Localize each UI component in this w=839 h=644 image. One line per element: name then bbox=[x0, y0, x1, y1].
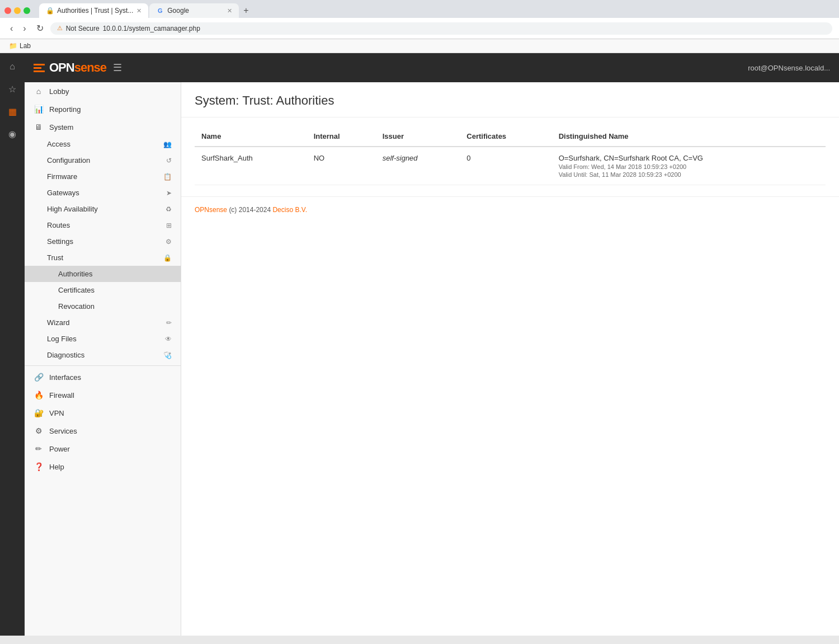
sidebar-item-reporting[interactable]: 📊 Reporting bbox=[25, 100, 181, 118]
sidebar-item-settings[interactable]: Settings ⚙ bbox=[25, 233, 181, 250]
sidebar-item-trust[interactable]: Trust 🔒 bbox=[25, 250, 181, 266]
col-dn: Distinguished Name bbox=[552, 126, 826, 147]
sidebar-item-high-availability[interactable]: High Availability ♻ bbox=[25, 201, 181, 217]
cell-internal: NO bbox=[307, 147, 376, 185]
sidebar-item-trust-label: Trust bbox=[47, 253, 63, 262]
sidebar-item-lobby[interactable]: ⌂ Lobby bbox=[25, 82, 181, 100]
bookmark-folder-icon: 📁 bbox=[9, 42, 17, 50]
trust-icon: 🔒 bbox=[163, 254, 172, 262]
sidebar-item-system[interactable]: 🖥 System bbox=[25, 118, 181, 136]
bookmarks-bar: 📁 Lab bbox=[0, 39, 839, 53]
window-controls bbox=[4, 7, 30, 14]
cell-name: SurfShark_Auth bbox=[195, 147, 307, 185]
routes-icon: ⊞ bbox=[166, 222, 172, 229]
sidebar-item-system-label: System bbox=[49, 123, 73, 131]
security-icon: ⚠ bbox=[57, 25, 63, 32]
logo-line-1 bbox=[34, 64, 45, 65]
sidebar-item-configuration[interactable]: Configuration ↺ bbox=[25, 152, 181, 168]
logo-line-2 bbox=[34, 67, 41, 69]
table-header-row: Name Internal Issuer Certificates Distin… bbox=[195, 126, 826, 147]
inactive-tab[interactable]: G Google ✕ bbox=[149, 3, 239, 18]
rail-icon-home[interactable]: ⌂ bbox=[3, 58, 21, 76]
access-icon: 👥 bbox=[163, 140, 172, 148]
sidebar-toggle-button[interactable]: ☰ bbox=[113, 62, 122, 74]
firmware-icon: 📋 bbox=[163, 173, 172, 181]
sidebar-item-access[interactable]: Access 👥 bbox=[25, 136, 181, 152]
cell-dn: O=Surfshark, CN=Surfshark Root CA, C=VG … bbox=[552, 147, 826, 185]
sidebar-item-gateways-label: Gateways bbox=[47, 189, 79, 197]
col-name: Name bbox=[195, 126, 307, 147]
footer-link-deciso[interactable]: Deciso B.V. bbox=[272, 206, 307, 214]
tab-close-button[interactable]: ✕ bbox=[136, 7, 142, 15]
vpn-icon: 🔐 bbox=[34, 408, 44, 417]
col-issuer: Issuer bbox=[376, 126, 460, 147]
active-tab-label: Authorities | Trust | Syst... bbox=[57, 7, 133, 15]
forward-button[interactable]: › bbox=[20, 22, 29, 35]
nav-divider-1 bbox=[25, 365, 181, 366]
sidebar-item-diagnostics-label: Diagnostics bbox=[47, 351, 84, 359]
close-window-button[interactable] bbox=[4, 7, 11, 14]
sidebar-item-firewall-label: Firewall bbox=[49, 391, 74, 399]
tab-favicon-google: G bbox=[156, 7, 164, 15]
sidebar-item-gateways[interactable]: Gateways ➤ bbox=[25, 185, 181, 201]
tab-favicon: 🔒 bbox=[46, 7, 54, 15]
sidebar-item-interfaces-label: Interfaces bbox=[49, 373, 81, 382]
sidebar-item-settings-label: Settings bbox=[47, 237, 73, 246]
dn-valid-until-value: Sat, 11 Mar 2028 10:59:23 +0200 bbox=[589, 171, 681, 178]
left-nav: ⌂ Lobby 📊 Reporting 🖥 System Access 👥 bbox=[25, 82, 181, 636]
app-wrapper: ⌂ ☆ ▦ ◉ OPNsense ☰ root@OPNsense.locald.… bbox=[0, 53, 839, 636]
sidebar-item-power-label: Power bbox=[49, 445, 70, 453]
reload-button[interactable]: ↻ bbox=[33, 21, 47, 35]
sidebar-item-wizard[interactable]: Wizard ✏ bbox=[25, 314, 181, 331]
sidebar-item-firmware-label: Firmware bbox=[47, 172, 77, 181]
firewall-icon: 🔥 bbox=[34, 391, 44, 399]
opn-logo: OPNsense bbox=[34, 60, 106, 75]
bookmark-lab[interactable]: 📁 Lab bbox=[7, 41, 33, 51]
sidebar-item-lobby-label: Lobby bbox=[49, 87, 69, 96]
sidebar-item-services[interactable]: ⚙ Services bbox=[25, 422, 181, 440]
sidebar-item-revocation[interactable]: Revocation bbox=[25, 298, 181, 314]
tab-close-button-2[interactable]: ✕ bbox=[227, 7, 232, 15]
lobby-icon: ⌂ bbox=[34, 87, 44, 96]
maximize-window-button[interactable] bbox=[23, 7, 30, 14]
sidebar-item-reporting-label: Reporting bbox=[49, 105, 81, 114]
sidebar-item-configuration-label: Configuration bbox=[47, 156, 90, 164]
authorities-table: Name Internal Issuer Certificates Distin… bbox=[195, 126, 826, 185]
main-layout: ⌂ Lobby 📊 Reporting 🖥 System Access 👥 bbox=[25, 82, 839, 636]
logo-lines-icon bbox=[34, 64, 45, 72]
sidebar-item-certificates[interactable]: Certificates bbox=[25, 282, 181, 298]
sidebar-item-services-label: Services bbox=[49, 427, 77, 435]
sidebar-item-interfaces[interactable]: 🔗 Interfaces bbox=[25, 368, 181, 386]
dn-valid-from: Valid From: Wed, 14 Mar 2018 10:59:23 +0… bbox=[559, 163, 819, 170]
sidebar-item-routes[interactable]: Routes ⊞ bbox=[25, 217, 181, 233]
inactive-tab-label: Google bbox=[167, 7, 189, 15]
rail-icon-app[interactable]: ▦ bbox=[3, 102, 21, 120]
rail-icon-star[interactable]: ☆ bbox=[3, 80, 21, 98]
back-button[interactable]: ‹ bbox=[7, 22, 16, 35]
address-bar[interactable]: ⚠ Not Secure 10.0.0.1/system_camanager.p… bbox=[50, 22, 832, 35]
sidebar-item-logfiles[interactable]: Log Files 👁 bbox=[25, 331, 181, 347]
wizard-icon: ✏ bbox=[166, 319, 172, 327]
sidebar-item-vpn[interactable]: 🔐 VPN bbox=[25, 404, 181, 422]
dn-valid-until: Valid Until: Sat, 11 Mar 2028 10:59:23 +… bbox=[559, 171, 819, 178]
sidebar-item-firmware[interactable]: Firmware 📋 bbox=[25, 168, 181, 185]
dn-valid-until-label: Valid Until: bbox=[559, 171, 588, 178]
sidebar-item-routes-label: Routes bbox=[47, 221, 70, 229]
services-icon: ⚙ bbox=[34, 426, 44, 435]
sidebar-item-authorities[interactable]: Authorities bbox=[25, 266, 181, 282]
sidebar-item-power[interactable]: ✏ Power bbox=[25, 440, 181, 458]
rail-icon-circle[interactable]: ◉ bbox=[3, 125, 21, 143]
new-tab-button[interactable]: + bbox=[240, 3, 252, 18]
sidebar-item-help[interactable]: ❓ Help bbox=[25, 458, 181, 476]
cell-issuer: self-signed bbox=[376, 147, 460, 185]
minimize-window-button[interactable] bbox=[14, 7, 21, 14]
active-tab[interactable]: 🔒 Authorities | Trust | Syst... ✕ bbox=[39, 3, 148, 18]
footer-link-opnsense[interactable]: OPNsense bbox=[195, 206, 227, 214]
sidebar-item-firewall[interactable]: 🔥 Firewall bbox=[25, 386, 181, 404]
logo-opn: OPNsense bbox=[49, 60, 106, 75]
table-row[interactable]: SurfShark_Auth NO self-signed 0 O=Surfsh… bbox=[195, 147, 826, 185]
sidebar-item-diagnostics[interactable]: Diagnostics 🩺 bbox=[25, 347, 181, 363]
page-footer: OPNsense (c) 2014-2024 Deciso B.V. bbox=[181, 196, 839, 223]
power-icon: ✏ bbox=[34, 444, 44, 453]
reporting-icon: 📊 bbox=[34, 105, 44, 114]
